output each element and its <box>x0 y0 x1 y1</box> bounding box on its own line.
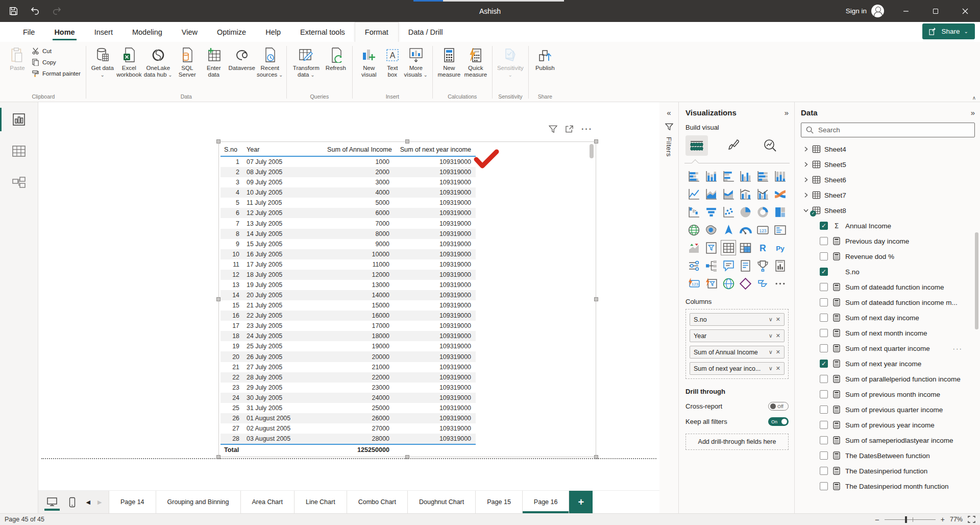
chevron-down-icon[interactable] <box>803 208 808 213</box>
columns-field-wells[interactable]: S.no∨✕Year∨✕Sum of Annual Income∨✕Sum of… <box>685 309 789 379</box>
quick-measure-button[interactable]: Quick measure <box>462 42 489 78</box>
menu-item-modeling[interactable]: Modeling <box>122 22 172 42</box>
recent-sources-button[interactable]: Recent sources <box>257 42 283 78</box>
field-item[interactable]: Sum of sameperiodlastyear income <box>801 433 975 448</box>
field-checkbox[interactable] <box>820 298 828 306</box>
clustered-column-chart-icon[interactable] <box>739 170 752 183</box>
field-checkbox[interactable] <box>820 482 828 490</box>
menu-item-view[interactable]: View <box>172 22 207 42</box>
100-stacked-column-chart-icon[interactable] <box>773 170 787 183</box>
menu-item-home[interactable]: Home <box>44 22 84 42</box>
table-row[interactable]: 1723 July 200517000109319000 <box>220 321 476 331</box>
page-tab-grouping-and-binning[interactable]: Grouping and Binning <box>156 491 241 513</box>
python-visual-icon[interactable]: Py <box>773 241 787 254</box>
collapse-data-pane-icon[interactable]: » <box>971 108 975 117</box>
table-icon[interactable] <box>722 241 735 254</box>
smart-narrative-icon[interactable] <box>739 259 752 272</box>
fit-to-page-icon[interactable] <box>968 516 975 523</box>
sheet-item-sheet5[interactable]: Sheet5 <box>801 157 975 172</box>
pie-chart-icon[interactable] <box>739 205 752 219</box>
chevron-right-icon[interactable] <box>803 147 808 152</box>
save-icon[interactable] <box>9 7 18 15</box>
table-row[interactable]: 511 July 20055000109319000 <box>220 198 476 208</box>
field-item[interactable]: Revenue dod % <box>801 249 975 264</box>
field-item[interactable]: Sum of next quarter income··· <box>801 341 975 356</box>
stacked-area-chart-icon[interactable] <box>722 187 735 201</box>
zoom-in-icon[interactable]: + <box>941 515 945 523</box>
gauge-icon[interactable] <box>739 223 752 236</box>
field-item[interactable]: ✓Sum of next year income <box>801 356 975 371</box>
field-checkbox[interactable] <box>820 436 828 444</box>
field-checkbox[interactable] <box>820 283 828 291</box>
field-item[interactable]: ✓ΣAnnual Income <box>801 218 975 233</box>
page-tab-page-14[interactable]: Page 14 <box>109 491 156 513</box>
field-checkbox[interactable] <box>820 451 828 460</box>
map-icon[interactable] <box>688 223 701 236</box>
100-stacked-bar-chart-icon[interactable] <box>756 170 769 183</box>
copy-button[interactable]: Copy <box>32 58 81 66</box>
field-checkbox[interactable] <box>820 344 828 352</box>
resize-handle[interactable] <box>216 297 220 301</box>
line-chart-icon[interactable] <box>688 187 701 201</box>
transform-data-button[interactable]: Transform data <box>290 42 323 78</box>
slicer-icon[interactable] <box>704 241 718 254</box>
table-row[interactable]: 814 July 20058000109319000 <box>220 229 476 239</box>
field-item[interactable]: ✓S.no <box>801 264 975 279</box>
mobile-layout-button[interactable] <box>66 494 79 510</box>
qa-visual-icon[interactable] <box>722 259 735 272</box>
chevron-down-icon[interactable]: ∨ <box>769 365 773 372</box>
text-box-button[interactable]: A Text box <box>382 42 403 78</box>
remove-field-icon[interactable]: ✕ <box>776 365 780 372</box>
column-header[interactable]: Sum of Annual Income <box>324 146 393 153</box>
decomposition-tree-icon[interactable] <box>704 259 718 272</box>
chevron-right-icon[interactable] <box>803 162 808 167</box>
table-row[interactable]: 1521 July 200515000109319000 <box>220 300 476 311</box>
scatter-chart-icon[interactable] <box>722 205 735 219</box>
field-well-pill[interactable]: Sum of next year inco...∨✕ <box>690 362 785 375</box>
field-checkbox[interactable] <box>820 329 828 337</box>
menu-item-help[interactable]: Help <box>256 22 290 42</box>
scrollbar-thumb[interactable] <box>590 144 594 158</box>
format-painter-button[interactable]: Format painter <box>32 69 81 77</box>
chevron-down-icon[interactable]: ∨ <box>769 316 773 323</box>
enter-data-button[interactable]: Enter data <box>201 42 227 78</box>
stacked-bar-chart-icon[interactable] <box>688 170 701 183</box>
menu-item-data-drill[interactable]: Data / Drill <box>399 22 453 42</box>
next-page-arrow[interactable]: ▶ <box>97 499 102 506</box>
field-well-pill[interactable]: Sum of Annual Income∨✕ <box>690 346 785 359</box>
table-row[interactable]: 1824 July 200518000109319000 <box>220 331 476 341</box>
table-row[interactable]: 2026 July 200520000109319000 <box>220 351 476 362</box>
filled-map-icon[interactable] <box>704 223 718 236</box>
table-row[interactable]: 410 July 20054000109319000 <box>220 187 476 198</box>
table-row[interactable]: 1622 July 200516000109319000 <box>220 311 476 321</box>
table-row[interactable]: 1925 July 200519000109319000 <box>220 341 476 351</box>
table-row[interactable]: 915 July 20059000109319000 <box>220 239 476 249</box>
field-item[interactable]: Sum of previous month income <box>801 387 975 402</box>
menu-item-format[interactable]: Format <box>355 22 399 42</box>
chevron-right-icon[interactable] <box>803 193 808 198</box>
zoom-slider-thumb[interactable] <box>905 516 907 523</box>
funnel-chart-icon[interactable] <box>704 205 718 219</box>
ribbon-chart-icon[interactable] <box>773 187 787 201</box>
desktop-layout-button[interactable] <box>45 494 59 510</box>
field-checkbox[interactable] <box>820 252 828 260</box>
page-tab-line-chart[interactable]: Line Chart <box>295 491 347 513</box>
field-item[interactable]: Sum of previous quarter income <box>801 402 975 417</box>
table-row[interactable]: 107 July 20051000109319000 <box>220 157 476 167</box>
menu-item-optimize[interactable]: Optimize <box>207 22 256 42</box>
sheet-item-sheet4[interactable]: Sheet4 <box>801 141 975 157</box>
excel-workbook-button[interactable]: Excel workbook <box>116 42 142 78</box>
zoom-slider[interactable] <box>885 519 936 520</box>
page-tab-area-chart[interactable]: Area Chart <box>241 491 295 513</box>
page-tab-doughnut-chart[interactable]: Doughnut Chart <box>408 491 476 513</box>
clustered-bar-chart-icon[interactable] <box>722 170 735 183</box>
paginated-report-icon[interactable] <box>773 259 787 272</box>
donut-chart-icon[interactable] <box>756 205 769 219</box>
table-header[interactable]: S.noYearSum of Annual IncomeSum of next … <box>220 144 476 157</box>
chevron-down-icon[interactable]: ∨ <box>769 332 773 339</box>
stacked-column-chart-icon[interactable] <box>704 170 718 183</box>
field-checkbox[interactable] <box>820 467 828 475</box>
collapse-ribbon-icon[interactable]: ∧ <box>972 95 976 101</box>
table-visual[interactable]: ··· S.noYearSum of Annual IncomeSum of n… <box>218 141 596 457</box>
previous-page-arrow[interactable]: ◀ <box>86 499 90 506</box>
